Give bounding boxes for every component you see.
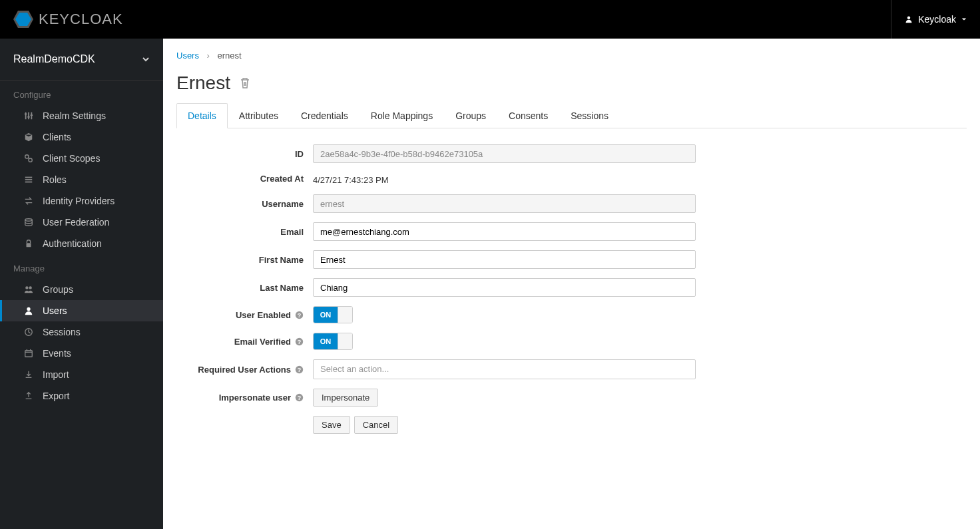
sidebar-section-configure: Configure	[0, 81, 163, 105]
trash-icon[interactable]	[240, 77, 250, 89]
brand-text: KEYCLOAK	[39, 11, 123, 28]
breadcrumb-separator: ›	[207, 51, 210, 61]
select-required-actions[interactable]: Select an action...	[313, 359, 696, 379]
tab-role-mappings[interactable]: Role Mappings	[360, 103, 444, 128]
svg-point-18	[29, 286, 31, 289]
user-icon	[905, 15, 913, 23]
sidebar-section-manage: Manage	[0, 254, 163, 279]
svg-text:?: ?	[298, 395, 301, 401]
sidebar-item-import[interactable]: Import	[0, 364, 163, 385]
database-icon	[24, 218, 33, 227]
label-last-name: Last Name	[176, 283, 313, 293]
chevron-down-icon	[142, 55, 150, 63]
user-menu[interactable]: Keycloak	[905, 14, 967, 25]
sidebar-item-users[interactable]: Users	[0, 300, 163, 321]
input-last-name[interactable]	[313, 278, 696, 297]
user-icon	[24, 306, 33, 315]
label-username: Username	[176, 199, 313, 209]
calendar-icon	[24, 349, 33, 358]
help-icon[interactable]: ?	[295, 393, 304, 402]
help-icon[interactable]: ?	[295, 311, 304, 319]
label-id: ID	[176, 149, 313, 159]
realm-name: RealmDemoCDK	[13, 53, 95, 65]
user-form: ID Created At 4/27/21 7:43:23 PM Usernam…	[176, 144, 872, 434]
svg-rect-7	[27, 116, 30, 118]
realm-selector[interactable]: RealmDemoCDK	[0, 39, 163, 81]
label-impersonate: Impersonate user?	[176, 393, 313, 403]
svg-rect-13	[25, 179, 33, 180]
toggle-email-verified[interactable]: ON	[313, 333, 353, 350]
svg-rect-16	[27, 243, 31, 247]
label-user-enabled: User Enabled?	[176, 310, 313, 320]
sidebar-item-groups[interactable]: Groups	[0, 279, 163, 300]
breadcrumb-parent[interactable]: Users	[176, 51, 199, 61]
sliders-icon	[24, 111, 33, 120]
tab-sessions[interactable]: Sessions	[559, 103, 620, 128]
save-button[interactable]: Save	[313, 416, 350, 434]
tab-consents[interactable]: Consents	[497, 103, 559, 128]
input-email[interactable]	[313, 222, 696, 241]
list-icon	[24, 175, 33, 184]
svg-point-2	[907, 17, 911, 20]
toggle-user-enabled[interactable]: ON	[313, 306, 353, 323]
main-content: Users › ernest Ernest Details Attributes…	[163, 39, 980, 529]
lock-icon	[24, 239, 33, 248]
svg-point-19	[27, 307, 30, 311]
svg-rect-3	[25, 112, 27, 120]
sidebar-item-sessions[interactable]: Sessions	[0, 321, 163, 343]
sidebar-item-events[interactable]: Events	[0, 343, 163, 364]
user-menu-label: Keycloak	[918, 14, 956, 25]
svg-rect-6	[25, 114, 27, 115]
breadcrumb-current: ernest	[218, 51, 242, 61]
sidebar-item-export[interactable]: Export	[0, 385, 163, 407]
svg-rect-8	[31, 114, 33, 116]
svg-text:?: ?	[298, 311, 301, 318]
sidebar-item-realm-settings[interactable]: Realm Settings	[0, 105, 163, 126]
sidebar-item-roles[interactable]: Roles	[0, 169, 163, 190]
import-icon	[24, 370, 33, 379]
svg-rect-21	[25, 351, 33, 357]
app-header: KEYCLOAK Keycloak	[0, 0, 980, 39]
text-created-at: 4/27/21 7:43:23 PM	[313, 172, 872, 185]
sidebar-item-identity-providers[interactable]: Identity Providers	[0, 190, 163, 212]
cube-icon	[24, 132, 33, 142]
input-username	[313, 194, 696, 213]
sidebar-item-user-federation[interactable]: User Federation	[0, 212, 163, 233]
label-created-at: Created At	[176, 174, 313, 184]
label-required-actions: Required User Actions?	[176, 365, 313, 375]
svg-text:?: ?	[298, 366, 301, 373]
tab-credentials[interactable]: Credentials	[290, 103, 360, 128]
help-icon[interactable]: ?	[295, 365, 304, 374]
sidebar-item-authentication[interactable]: Authentication	[0, 233, 163, 254]
help-icon[interactable]: ?	[295, 337, 304, 346]
tab-attributes[interactable]: Attributes	[228, 103, 290, 128]
brand-logo[interactable]: KEYCLOAK	[13, 11, 123, 28]
svg-rect-4	[28, 112, 29, 120]
exchange-icon	[24, 196, 33, 206]
svg-rect-14	[25, 182, 33, 183]
svg-line-11	[28, 158, 29, 159]
clock-icon	[24, 327, 33, 337]
sidebar: RealmDemoCDK Configure Realm Settings Cl…	[0, 39, 163, 529]
label-first-name: First Name	[176, 255, 313, 265]
svg-point-17	[25, 286, 28, 289]
breadcrumb: Users › ernest	[176, 51, 967, 61]
svg-rect-12	[25, 177, 33, 178]
input-first-name[interactable]	[313, 250, 696, 269]
label-email: Email	[176, 227, 313, 237]
tab-groups[interactable]: Groups	[444, 103, 497, 128]
tab-details[interactable]: Details	[176, 103, 228, 128]
cancel-button[interactable]: Cancel	[354, 416, 398, 434]
chevron-down-icon	[961, 17, 967, 22]
svg-text:?: ?	[298, 338, 301, 345]
sidebar-item-client-scopes[interactable]: Client Scopes	[0, 148, 163, 169]
svg-point-15	[25, 219, 33, 222]
link-icon	[24, 154, 33, 163]
sidebar-item-clients[interactable]: Clients	[0, 126, 163, 148]
impersonate-button[interactable]: Impersonate	[313, 389, 378, 407]
input-id	[313, 144, 696, 163]
export-icon	[24, 391, 33, 401]
page-title: Ernest	[176, 73, 967, 94]
tabs: Details Attributes Credentials Role Mapp…	[176, 103, 967, 128]
keycloak-logo-icon	[13, 11, 33, 28]
